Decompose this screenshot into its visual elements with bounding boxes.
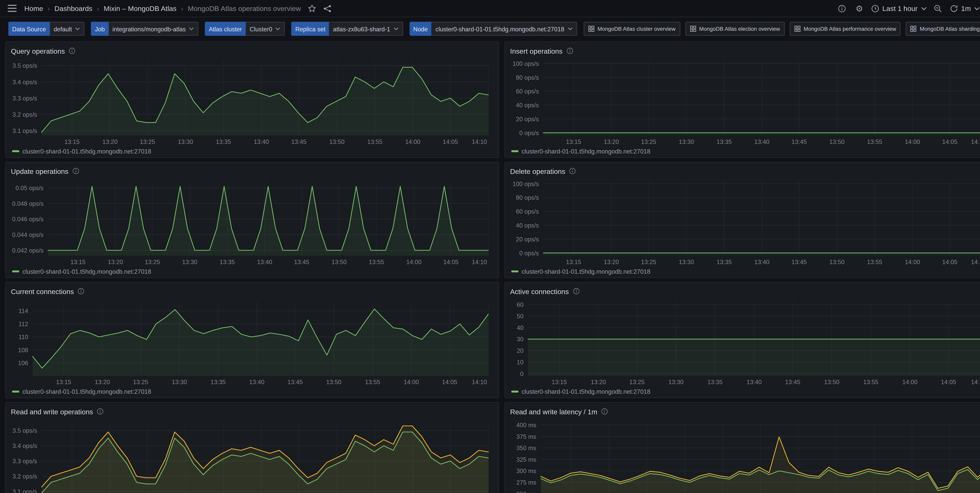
node-dropdown[interactable]: cluster0-shard-01-01.t5hdg.mongodb.net:2…	[431, 22, 577, 36]
panel-header[interactable]: Active connections	[510, 285, 980, 297]
panel-title: Delete operations	[510, 167, 565, 175]
time-range-picker[interactable]: Last 1 hour	[871, 4, 926, 12]
chevron-down-icon	[275, 27, 280, 31]
dashboard-settings-gear-icon[interactable]: ⚙	[854, 3, 865, 14]
info-icon[interactable]	[78, 288, 85, 295]
panel-title: Insert operations	[510, 47, 563, 55]
link-performance-overview[interactable]: MongoDB Atlas performance overview	[789, 22, 900, 36]
panel-header[interactable]: Read and write operations	[11, 405, 493, 417]
chevron-down-icon	[75, 27, 80, 31]
svg-text:13:15: 13:15	[566, 138, 581, 145]
svg-text:14:00: 14:00	[406, 258, 422, 265]
current-connections-chart[interactable]: 13:1513:2013:2513:3013:3513:4013:4513:50…	[11, 297, 493, 386]
svg-text:13:40: 13:40	[249, 379, 265, 385]
chevron-down-icon	[189, 27, 194, 31]
svg-text:13:50: 13:50	[824, 379, 840, 385]
legend-series-label[interactable]: cluster0-shard-01-01.t5hdg.mongodb.net:2…	[522, 268, 650, 275]
svg-text:13:40: 13:40	[754, 258, 770, 265]
atlas-cluster-dropdown[interactable]: Cluster0	[246, 22, 285, 36]
share-icon[interactable]	[321, 3, 333, 14]
svg-text:14:00: 14:00	[905, 258, 920, 265]
info-icon[interactable]	[601, 408, 608, 415]
chevron-down-icon	[393, 27, 398, 31]
breadcrumb-folder[interactable]: Mixin – MongoDB Atlas	[104, 5, 177, 12]
star-icon[interactable]	[306, 3, 318, 14]
panel-header[interactable]: Insert operations	[510, 45, 980, 57]
filter-label: Node	[409, 22, 431, 36]
svg-text:13:45: 13:45	[792, 258, 807, 265]
svg-text:13:25: 13:25	[641, 138, 656, 145]
zoom-out-icon[interactable]	[932, 3, 944, 14]
apps-grid-icon	[588, 25, 595, 32]
info-icon[interactable]	[72, 168, 80, 174]
svg-text:13:30: 13:30	[679, 138, 694, 145]
svg-text:13:20: 13:20	[102, 138, 118, 145]
panel-title: Current connections	[11, 287, 74, 295]
svg-text:13:25: 13:25	[145, 258, 160, 265]
menu-toggle-button[interactable]	[6, 3, 18, 14]
svg-text:20 ops/s: 20 ops/s	[516, 236, 539, 243]
query-operations-chart[interactable]: 13:1513:2013:2513:3013:3513:4013:4513:50…	[11, 57, 493, 146]
svg-text:80 ops/s: 80 ops/s	[516, 74, 539, 81]
svg-text:3.1 ops/s: 3.1 ops/s	[13, 488, 37, 493]
dashboard-insights-icon[interactable]	[836, 3, 848, 14]
svg-text:50: 50	[517, 313, 524, 320]
update-operations-chart[interactable]: 13:1513:2013:2513:3013:3513:4013:4513:50…	[11, 177, 493, 266]
info-icon[interactable]	[569, 168, 576, 174]
panel-header[interactable]: Delete operations	[510, 165, 980, 177]
panel-title: Read and write operations	[11, 407, 93, 415]
legend-series-marker	[511, 270, 519, 272]
info-icon[interactable]	[69, 48, 76, 54]
replica-set-dropdown[interactable]: atlas-zx8u63-shard-1	[329, 22, 403, 36]
svg-text:14:10: 14:10	[971, 258, 980, 265]
legend-series-label[interactable]: cluster0-shard-01-01.t5hdg.mongodb.net:2…	[22, 388, 151, 395]
svg-text:14:05: 14:05	[443, 138, 458, 145]
info-icon[interactable]	[97, 408, 104, 415]
data-source-dropdown[interactable]: default	[50, 22, 85, 36]
legend-series-label[interactable]: cluster0-shard-01-01.t5hdg.mongodb.net:2…	[22, 147, 151, 154]
svg-text:14:05: 14:05	[941, 379, 956, 385]
panel-title: Active connections	[510, 287, 569, 295]
legend-series-label[interactable]: cluster0-shard-01-01.t5hdg.mongodb.net:2…	[522, 147, 650, 154]
svg-text:400 ms: 400 ms	[517, 422, 536, 429]
insert-operations-chart[interactable]: 13:1513:2013:2513:3013:3513:4013:4513:50…	[510, 57, 980, 146]
info-icon[interactable]	[573, 288, 580, 295]
panel-header[interactable]: Update operations	[11, 165, 493, 177]
svg-text:13:25: 13:25	[629, 379, 644, 385]
legend-series-label[interactable]: cluster0-shard-01-01.t5hdg.mongodb.net:2…	[22, 268, 151, 275]
panel-header[interactable]: Query operations	[11, 45, 493, 57]
svg-text:13:30: 13:30	[668, 379, 684, 385]
panel-legend: cluster0-shard-01-01.t5hdg.mongodb.net:2…	[510, 146, 980, 156]
legend-series-label[interactable]: cluster0-shard-01-01.t5hdg.mongodb.net:2…	[522, 388, 650, 395]
panel-query-operations: Query operations 13:1513:2013:2513:3013:…	[5, 41, 499, 158]
svg-text:13:25: 13:25	[133, 379, 148, 385]
svg-text:3.2 ops/s: 3.2 ops/s	[13, 111, 37, 118]
top-nav-right: ⚙ Last 1 hour 1m	[836, 3, 980, 14]
info-icon[interactable]	[566, 48, 573, 54]
panel-read-write-latency: Read and write latency / 1m 13:1513:2013…	[504, 402, 980, 493]
svg-text:14:05: 14:05	[942, 258, 958, 265]
filter-node: Node cluster0-shard-01-01.t5hdg.mongodb.…	[409, 22, 577, 36]
refresh-picker[interactable]: 1m	[950, 4, 980, 12]
link-sharding-overview[interactable]: MongoDB Atlas sharding overview	[906, 22, 980, 36]
panel-current-connections: Current connections 13:1513:2013:2513:30…	[5, 282, 499, 398]
panel-header[interactable]: Read and write latency / 1m	[510, 405, 980, 417]
breadcrumb-current-dashboard: MongoDB Atlas operations overview	[188, 5, 301, 12]
svg-text:13:40: 13:40	[254, 138, 269, 145]
read-write-latency-chart[interactable]: 13:1513:2013:2513:3013:3513:4013:4513:50…	[510, 417, 980, 493]
svg-text:14:05: 14:05	[442, 379, 457, 385]
delete-operations-chart[interactable]: 13:1513:2013:2513:3013:3513:4013:4513:50…	[510, 177, 980, 266]
link-label: MongoDB Atlas sharding overview	[920, 25, 980, 32]
svg-text:13:30: 13:30	[178, 138, 193, 145]
panel-header[interactable]: Current connections	[11, 285, 493, 297]
read-write-operations-chart[interactable]: 13:1513:2013:2513:3013:3513:4013:4513:50…	[11, 417, 493, 493]
active-connections-chart[interactable]: 13:1513:2013:2513:3013:3513:4013:4513:50…	[510, 297, 980, 386]
job-dropdown[interactable]: integrations/mongodb-atlas	[108, 22, 199, 36]
breadcrumb-dashboards[interactable]: Dashboards	[54, 5, 92, 12]
svg-text:0.046 ops/s: 0.046 ops/s	[12, 216, 43, 223]
link-cluster-overview[interactable]: MongoDB Atlas cluster overview	[584, 22, 680, 36]
breadcrumb-home[interactable]: Home	[24, 5, 43, 12]
link-election-overview[interactable]: MongoDB Atlas election overview	[685, 22, 784, 36]
svg-text:13:30: 13:30	[182, 258, 197, 265]
svg-text:0 ops/s: 0 ops/s	[519, 130, 539, 136]
